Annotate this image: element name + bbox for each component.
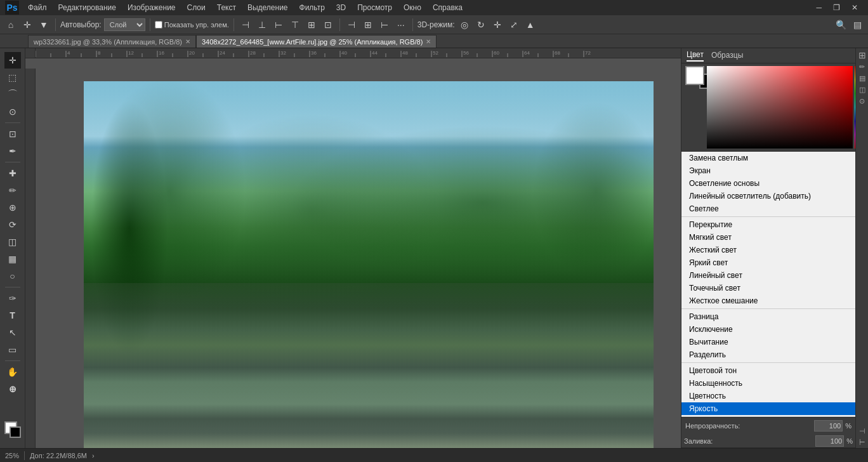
menu-filter[interactable]: Фильтр: [294, 2, 330, 13]
gradient-tool-btn[interactable]: ▦: [4, 251, 21, 267]
blend-Жесткий-свет[interactable]: Жесткий свет: [681, 244, 855, 256]
threed-icon[interactable]: ◎: [457, 18, 471, 32]
restore-button[interactable]: ❐: [828, 2, 845, 13]
menu-file[interactable]: Файл: [23, 2, 52, 13]
ruler-top: // Will generate via JS below 4812162024…: [25, 48, 681, 58]
align-center-h[interactable]: ⊞: [305, 18, 319, 32]
align-left[interactable]: ⊣: [239, 18, 253, 32]
samples-tab[interactable]: Образцы: [711, 51, 743, 61]
close-button[interactable]: ✕: [846, 2, 863, 13]
blend-Разделить[interactable]: Разделить: [681, 348, 855, 361]
panel-toggle[interactable]: ▤: [850, 18, 864, 32]
menu-select[interactable]: Выделение: [242, 2, 293, 13]
blend-Мягкий-свет[interactable]: Мягкий свет: [681, 231, 855, 244]
align-bottom[interactable]: ⊡: [321, 18, 335, 32]
tab-2[interactable]: 3408x2272_664485_[www.ArtFile.ru].jpg @ …: [196, 35, 437, 48]
shape-tool-btn[interactable]: ▭: [4, 341, 21, 358]
blend-Светлее[interactable]: Светлее: [681, 202, 855, 215]
blend-Цветовой-тон[interactable]: Цветовой тон: [681, 364, 855, 377]
tab-2-close[interactable]: ✕: [426, 38, 431, 45]
opacity-input[interactable]: [814, 420, 843, 432]
brush-tool-btn[interactable]: ✏: [4, 182, 21, 199]
menu-image[interactable]: Изображение: [122, 2, 181, 13]
tab-1-close[interactable]: ✕: [185, 38, 190, 45]
color-tab[interactable]: Цвет: [687, 50, 704, 62]
blend-Точечный-свет[interactable]: Точечный свет: [681, 282, 855, 294]
tool-sep-1: [5, 122, 20, 123]
distribute-left[interactable]: ⊣: [345, 18, 358, 32]
menu-edit[interactable]: Редактирование: [53, 2, 121, 13]
hand-tool-btn[interactable]: ✋: [4, 364, 21, 380]
type-tool-btn[interactable]: T: [4, 307, 21, 324]
blend-Яркий-свет[interactable]: Яркий свет: [681, 256, 855, 269]
history-tool-btn[interactable]: ⟳: [4, 216, 21, 233]
minimize-button[interactable]: ─: [811, 2, 827, 13]
blend-Линейный-свет[interactable]: Линейный свет: [681, 269, 855, 282]
canvas-image: [84, 81, 654, 448]
marquee-tool-btn[interactable]: ⬚: [4, 69, 21, 86]
crop-tool-btn[interactable]: ⊡: [4, 126, 21, 142]
show-elements-checkbox[interactable]: [155, 21, 162, 29]
clone-tool-btn[interactable]: ⊕: [4, 199, 21, 216]
svg-text:56: 56: [463, 50, 469, 56]
panel-icon-bottom-2[interactable]: ⊢: [857, 437, 868, 448]
distribute-right[interactable]: ⊢: [378, 18, 391, 32]
panel-icon-4[interactable]: ◫: [857, 84, 868, 95]
layer-select[interactable]: Слой Группа: [104, 18, 145, 31]
panel-icon-bottom-1[interactable]: ⊣: [857, 425, 868, 437]
align-center-v[interactable]: ⊥: [255, 18, 269, 32]
panel-icon-2[interactable]: ✏: [857, 61, 868, 72]
move-3d[interactable]: ✛: [490, 18, 504, 32]
blend-Вычитание[interactable]: Вычитание: [681, 336, 855, 348]
rotate-3d[interactable]: ↻: [474, 18, 488, 32]
more-options[interactable]: ···: [394, 18, 408, 32]
canvas-scroll[interactable]: [46, 69, 681, 448]
blend-Яркость[interactable]: Яркость: [681, 402, 855, 415]
home-button[interactable]: ⌂: [4, 18, 18, 32]
color-gradient-box[interactable]: [707, 66, 853, 148]
align-right[interactable]: ⊢: [272, 18, 286, 32]
menu-3d[interactable]: 3D: [331, 2, 351, 13]
blend-Перекрытие[interactable]: Перекрытие: [681, 218, 855, 231]
blend-Разница[interactable]: Разница: [681, 310, 855, 323]
healing-tool-btn[interactable]: ✚: [4, 165, 21, 182]
blend-Насыщенность[interactable]: Насыщенность: [681, 377, 855, 390]
blend-Исключение[interactable]: Исключение: [681, 323, 855, 336]
blend-Замена-светлым[interactable]: Замена светлым: [681, 152, 855, 164]
zoom-tool-btn[interactable]: ⊕: [4, 381, 21, 397]
blend-Цветность[interactable]: Цветность: [681, 390, 855, 402]
status-arrow[interactable]: ›: [92, 452, 95, 459]
foreground-swatch[interactable]: [685, 66, 704, 85]
menu-view[interactable]: Просмотр: [352, 2, 397, 13]
blend-Экран[interactable]: Экран: [681, 164, 855, 177]
tab-1[interactable]: wp3323661.jpg @ 33,3% (Аппликация, RGB/8…: [28, 35, 196, 48]
move-dropdown[interactable]: ▼: [37, 18, 51, 32]
quick-select-tool-btn[interactable]: ⊙: [4, 103, 21, 120]
search-button[interactable]: 🔍: [834, 18, 848, 32]
panel-icon-5[interactable]: ⊙: [857, 95, 868, 107]
menu-window[interactable]: Окно: [398, 2, 426, 13]
pen-tool-btn[interactable]: ✑: [4, 290, 21, 307]
align-top[interactable]: ⊤: [288, 18, 302, 32]
menu-layers[interactable]: Слои: [182, 2, 211, 13]
eyedropper-tool-btn[interactable]: ✒: [4, 143, 21, 159]
menu-help[interactable]: Справка: [428, 2, 468, 13]
camera-3d[interactable]: ▲: [523, 18, 537, 32]
scale-3d[interactable]: ⤢: [507, 18, 521, 32]
distribute-center[interactable]: ⊞: [361, 18, 375, 32]
move-tool-btn[interactable]: ✛: [4, 52, 21, 69]
move-icon[interactable]: ✛: [20, 18, 34, 32]
menu-text[interactable]: Текст: [212, 2, 241, 13]
dodge-tool-btn[interactable]: ○: [4, 268, 21, 284]
blend-Линейный-осветлитель[interactable]: Линейный осветлитель (добавить): [681, 190, 855, 202]
fill-input[interactable]: [815, 435, 844, 447]
blend-Осветление-основы[interactable]: Осветление основы: [681, 177, 855, 190]
panel-icon-3[interactable]: ▤: [857, 72, 868, 84]
lasso-tool-btn[interactable]: ⌒: [4, 86, 21, 103]
eraser-tool-btn[interactable]: ◫: [4, 234, 21, 250]
hue-slider[interactable]: [855, 66, 855, 148]
bg-color-swatch[interactable]: [10, 426, 21, 438]
path-select-tool-btn[interactable]: ↖: [4, 324, 21, 341]
panel-icon-1[interactable]: ⊞: [857, 50, 868, 61]
blend-Жесткое-смешание[interactable]: Жесткое смешание: [681, 294, 855, 307]
